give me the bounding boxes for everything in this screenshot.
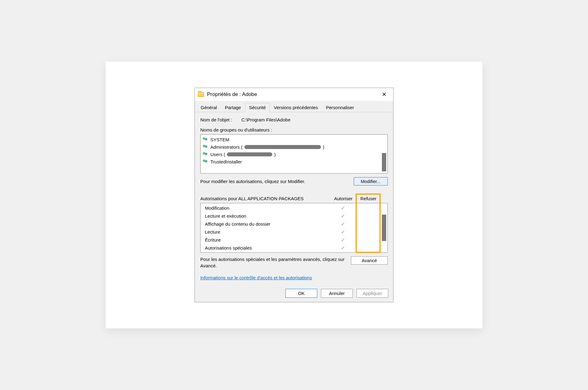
content-area: Nom de l'objet : C:\Program Files\Adobe … — [195, 112, 393, 285]
tabs-row: Général Partage Sécurité Versions précéd… — [195, 101, 393, 112]
principal-suffix: ) — [274, 152, 276, 157]
group-icon — [202, 152, 209, 157]
perm-row[interactable]: Lecture et exécution ✓ — [201, 212, 381, 220]
column-deny: Refuser — [356, 196, 381, 201]
tab-security[interactable]: Sécurité — [245, 103, 270, 112]
modify-button[interactable]: Modifier... — [354, 177, 388, 185]
allow-check-icon: ✓ — [330, 221, 356, 227]
help-link[interactable]: Informations sur le contrôle d'accès et … — [200, 275, 312, 280]
cancel-button[interactable]: Annuler — [321, 289, 353, 298]
advanced-row: Pour les autorisations spéciales et les … — [200, 256, 388, 269]
group-icon — [202, 144, 209, 149]
close-icon: ✕ — [382, 91, 386, 98]
dialog-footer: OK Annuler Appliquer — [195, 285, 393, 302]
object-name-row: Nom de l'objet : C:\Program Files\Adobe — [200, 117, 388, 122]
perm-row[interactable]: Lecture ✓ — [201, 228, 381, 236]
permissions-listbox[interactable]: Modification ✓ Lecture et exécution ✓ Af… — [200, 203, 388, 253]
modify-row: Pour modifier les autorisations, cliquez… — [200, 177, 388, 185]
perm-name: Modification — [201, 205, 330, 211]
perm-name: Affichage du contenu du dossier — [201, 221, 330, 227]
permissions-title: Autorisations pour ALL APPLICATION PACKA… — [200, 196, 331, 201]
ok-button[interactable]: OK — [285, 289, 317, 298]
allow-check-icon: ✓ — [330, 245, 356, 251]
principal-users[interactable]: Users ( ) — [202, 151, 379, 158]
perm-row[interactable]: Autorisations spéciales ✓ — [201, 244, 381, 252]
tab-customize[interactable]: Personnaliser — [322, 103, 358, 112]
perm-row[interactable]: Affichage du contenu du dossier ✓ — [201, 220, 381, 228]
principal-name: SYSTEM — [210, 137, 229, 142]
perm-row[interactable]: Modification ✓ — [201, 204, 381, 212]
allow-check-icon: ✓ — [330, 229, 356, 235]
principal-name: Users ( — [210, 152, 225, 157]
principal-suffix: ) — [323, 144, 324, 150]
group-icon — [202, 159, 209, 164]
modify-prompt: Pour modifier les autorisations, cliquez… — [200, 179, 305, 184]
principal-trustedinstaller[interactable]: TrustedInstaller — [202, 158, 379, 165]
perm-name: Écriture — [201, 237, 330, 243]
apply-button[interactable]: Appliquer — [356, 289, 388, 298]
allow-check-icon: ✓ — [330, 205, 356, 211]
scrollbar-thumb[interactable] — [382, 153, 386, 171]
advanced-button[interactable]: Avancé — [351, 256, 388, 265]
perm-name: Lecture et exécution — [201, 213, 330, 219]
tab-previous-versions[interactable]: Versions précédentes — [270, 103, 322, 112]
scrollbar[interactable] — [381, 135, 387, 173]
close-button[interactable]: ✕ — [378, 90, 390, 99]
object-path: C:\Program Files\Adobe — [241, 117, 290, 122]
redacted-text — [227, 152, 272, 156]
advanced-prompt: Pour les autorisations spéciales et les … — [200, 256, 346, 269]
page-card: Propriétés de : Adobe ✕ Général Partage … — [106, 62, 482, 328]
perm-row[interactable]: Écriture ✓ — [201, 236, 381, 244]
object-name-label: Nom de l'objet : — [200, 117, 240, 122]
principal-administrators[interactable]: Administrators ( ) — [202, 143, 379, 151]
groups-label: Noms de groupes ou d'utilisateurs : — [200, 127, 388, 132]
principals-listbox[interactable]: SYSTEM Administrators ( ) Users ( ) — [200, 134, 388, 174]
perm-name: Autorisations spéciales — [201, 245, 330, 250]
permissions-header: Autorisations pour ALL APPLICATION PACKA… — [200, 196, 388, 201]
tab-general[interactable]: Général — [197, 103, 221, 112]
redacted-text — [244, 145, 321, 149]
permissions-list: Modification ✓ Lecture et exécution ✓ Af… — [201, 203, 381, 252]
group-icon — [202, 137, 209, 142]
tab-share[interactable]: Partage — [221, 103, 245, 112]
window-title: Propriétés de : Adobe — [207, 91, 378, 98]
properties-dialog: Propriétés de : Adobe ✕ Général Partage … — [194, 88, 394, 302]
allow-check-icon: ✓ — [330, 237, 356, 243]
scrollbar-thumb[interactable] — [382, 215, 386, 241]
scrollbar[interactable] — [381, 203, 387, 252]
perm-name: Lecture — [201, 229, 330, 235]
principal-name: TrustedInstaller — [210, 159, 242, 164]
principal-name: Administrators ( — [210, 144, 243, 150]
column-allow: Autoriser — [331, 196, 356, 201]
principal-system[interactable]: SYSTEM — [202, 136, 379, 143]
titlebar: Propriétés de : Adobe ✕ — [195, 88, 393, 101]
allow-check-icon: ✓ — [330, 213, 356, 219]
folder-icon — [198, 92, 204, 97]
principals-list: SYSTEM Administrators ( ) Users ( ) — [201, 135, 381, 173]
